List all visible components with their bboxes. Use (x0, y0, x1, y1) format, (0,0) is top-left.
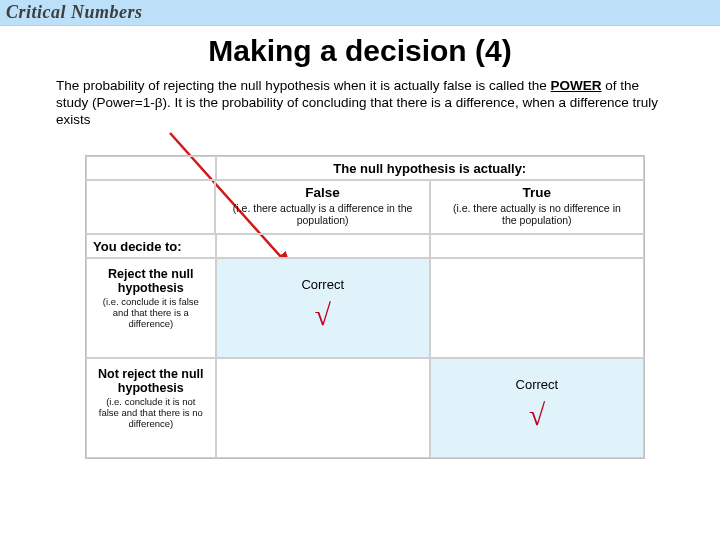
col-header-false: False (i.e. there actually is a differen… (215, 180, 429, 234)
col-paren-true: (i.e. there actually is no difference in… (445, 202, 629, 226)
banner: Critical Numbers (0, 0, 720, 26)
row-label-notreject: Not reject the null hypothesis (97, 367, 205, 395)
row-header-reject: Reject the null hypothesis (i.e. conclud… (86, 258, 216, 358)
cell-text: Correct (516, 377, 559, 392)
check-icon: √ (431, 398, 643, 432)
row-label-reject: Reject the null hypothesis (97, 267, 205, 295)
col-group-header: The null hypothesis is actually: (216, 156, 644, 180)
decision-table: The null hypothesis is actually: False (… (85, 155, 645, 459)
blank-cell (86, 180, 215, 234)
row-paren-notreject: (i.e. conclude it is not false and that … (97, 397, 205, 430)
row-group-header: You decide to: (86, 234, 216, 258)
spacer-cell (430, 234, 644, 258)
row-paren-reject: (i.e. conclude it is false and that ther… (97, 297, 205, 330)
check-icon: √ (217, 298, 429, 332)
spacer-cell (216, 234, 430, 258)
blank-corner (86, 156, 216, 180)
row-header-notreject: Not reject the null hypothesis (i.e. con… (86, 358, 216, 458)
banner-title: Critical Numbers (0, 0, 720, 24)
cell-reject-false: Correct √ (216, 258, 430, 358)
body-pre: The probability of rejecting the null hy… (56, 78, 551, 93)
col-label-true: True (445, 185, 629, 200)
cell-reject-true (430, 258, 644, 358)
cell-notreject-false (216, 358, 430, 458)
col-paren-false: (i.e. there actually is a difference in … (230, 202, 414, 226)
power-term: POWER (551, 78, 602, 93)
body-text: The probability of rejecting the null hy… (56, 78, 664, 129)
cell-text: Correct (301, 277, 344, 292)
cell-notreject-true: Correct √ (430, 358, 644, 458)
slide-title: Making a decision (4) (0, 34, 720, 68)
col-label-false: False (230, 185, 414, 200)
col-header-true: True (i.e. there actually is no differen… (430, 180, 644, 234)
